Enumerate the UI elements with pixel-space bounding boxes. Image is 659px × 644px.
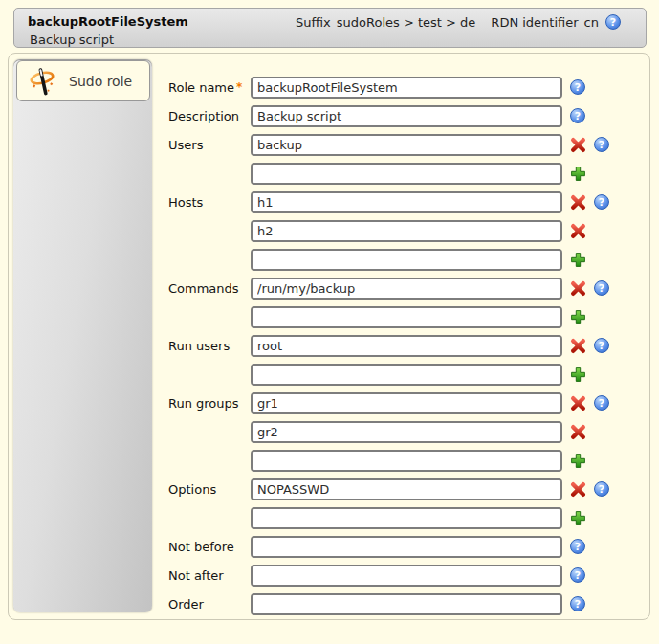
order-input[interactable] — [251, 593, 562, 615]
rdn-help-button[interactable]: ? — [605, 14, 621, 30]
red-x-icon — [570, 424, 586, 440]
hosts-new-input[interactable] — [251, 249, 562, 271]
hosts-input-2[interactable] — [251, 220, 562, 242]
red-x-icon — [570, 137, 586, 153]
not-after-help-button[interactable]: ? — [570, 567, 585, 583]
magic-wand-icon — [28, 66, 58, 97]
hosts-row-2 — [168, 216, 609, 245]
run-users-delete-button[interactable] — [570, 338, 586, 354]
run-users-add-button[interactable] — [570, 366, 586, 383]
run-groups-add-button[interactable] — [570, 453, 586, 469]
suffix-label: Suffix — [296, 15, 331, 30]
not-after-row: Not after ? — [168, 561, 609, 589]
description-input[interactable] — [251, 105, 562, 127]
commands-new-input[interactable] — [251, 306, 562, 328]
run-groups-row-2 — [168, 417, 609, 446]
not-after-label: Not after — [168, 568, 251, 583]
run-users-label: Run users — [168, 339, 251, 353]
users-label: Users — [168, 138, 251, 152]
run-users-help-button[interactable]: ? — [594, 338, 609, 353]
not-before-label: Not before — [168, 540, 251, 554]
options-row: Options ? — [168, 475, 609, 503]
entry-header: backupRootFileSystem Backup script Suffi… — [13, 8, 647, 48]
run-users-new-row — [168, 360, 609, 389]
hosts-add-button[interactable] — [570, 252, 586, 268]
run-groups-new-input[interactable] — [251, 450, 562, 472]
commands-row: Commands ? — [168, 274, 609, 302]
hosts-help-button[interactable]: ? — [594, 194, 609, 210]
order-label: Order — [168, 597, 251, 611]
run-users-new-input[interactable] — [251, 364, 562, 386]
run-groups-delete-button-2[interactable] — [570, 424, 586, 440]
hosts-delete-button[interactable] — [570, 194, 586, 211]
role-name-row: Role name* ? — [168, 73, 609, 101]
not-before-input[interactable] — [251, 536, 562, 558]
not-before-row: Not before ? — [168, 532, 609, 561]
role-name-label: Role name* — [168, 80, 251, 95]
run-groups-input-2[interactable] — [251, 421, 562, 443]
users-input[interactable] — [251, 134, 562, 156]
green-plus-icon — [570, 252, 586, 268]
hosts-input[interactable] — [251, 191, 562, 213]
run-users-input[interactable] — [251, 335, 562, 357]
commands-label: Commands — [168, 281, 251, 296]
entry-subtitle: Backup script — [30, 33, 114, 47]
red-x-icon — [570, 338, 586, 354]
role-name-help-button[interactable]: ? — [570, 79, 585, 95]
hosts-label: Hosts — [168, 195, 251, 210]
order-help-button[interactable]: ? — [570, 596, 585, 611]
commands-help-button[interactable]: ? — [594, 280, 609, 296]
run-groups-delete-button[interactable] — [570, 395, 586, 411]
commands-add-button[interactable] — [570, 309, 586, 325]
sudo-role-form: Role name* ? Description ? Users ? Hosts… — [168, 73, 609, 618]
suffix-value: sudoRoles > test > de — [337, 15, 476, 30]
tab-sudo-role[interactable]: Sudo role — [16, 60, 150, 101]
options-new-input[interactable] — [251, 507, 562, 529]
commands-input[interactable] — [251, 278, 562, 300]
run-groups-help-button[interactable]: ? — [594, 395, 609, 411]
order-row: Order ? — [168, 589, 609, 618]
red-x-icon — [570, 395, 586, 411]
description-help-button[interactable]: ? — [570, 108, 585, 123]
green-plus-icon — [570, 366, 586, 383]
options-delete-button[interactable] — [570, 481, 586, 498]
hosts-new-row — [168, 245, 609, 274]
green-plus-icon — [570, 166, 586, 182]
users-new-input[interactable] — [251, 163, 562, 185]
green-plus-icon — [570, 453, 586, 469]
users-new-row — [168, 159, 609, 188]
commands-delete-button[interactable] — [570, 280, 586, 297]
commands-new-row — [168, 302, 609, 331]
options-help-button[interactable]: ? — [594, 481, 609, 497]
red-x-icon — [570, 223, 586, 239]
red-x-icon — [570, 194, 586, 211]
tab-sudo-role-label: Sudo role — [69, 74, 132, 89]
options-label: Options — [168, 482, 251, 497]
not-before-help-button[interactable]: ? — [570, 539, 585, 554]
required-marker: * — [236, 80, 242, 94]
options-new-row — [168, 503, 609, 532]
red-x-icon — [570, 280, 586, 297]
entry-title: backupRootFileSystem — [28, 14, 188, 29]
green-plus-icon — [570, 309, 586, 325]
options-add-button[interactable] — [570, 510, 586, 526]
description-label: Description — [168, 109, 251, 123]
users-help-button[interactable]: ? — [594, 137, 609, 152]
role-name-input[interactable] — [251, 77, 562, 99]
rdn-label: RDN identifier — [491, 15, 578, 30]
green-plus-icon — [570, 510, 586, 526]
hosts-row: Hosts ? — [168, 188, 609, 216]
users-delete-button[interactable] — [570, 137, 586, 153]
hosts-delete-button-2[interactable] — [570, 223, 586, 239]
users-add-button[interactable] — [570, 166, 586, 182]
run-groups-input[interactable] — [251, 392, 562, 414]
users-row: Users ? — [168, 130, 609, 159]
rdn-value: cn — [584, 15, 599, 30]
header-meta: Suffix sudoRoles > test > de RDN identif… — [296, 14, 621, 30]
run-groups-row: Run groups ? — [168, 389, 609, 417]
red-x-icon — [570, 481, 586, 498]
options-input[interactable] — [251, 478, 562, 500]
description-row: Description ? — [168, 101, 609, 130]
run-groups-new-row — [168, 446, 609, 475]
not-after-input[interactable] — [251, 565, 562, 587]
